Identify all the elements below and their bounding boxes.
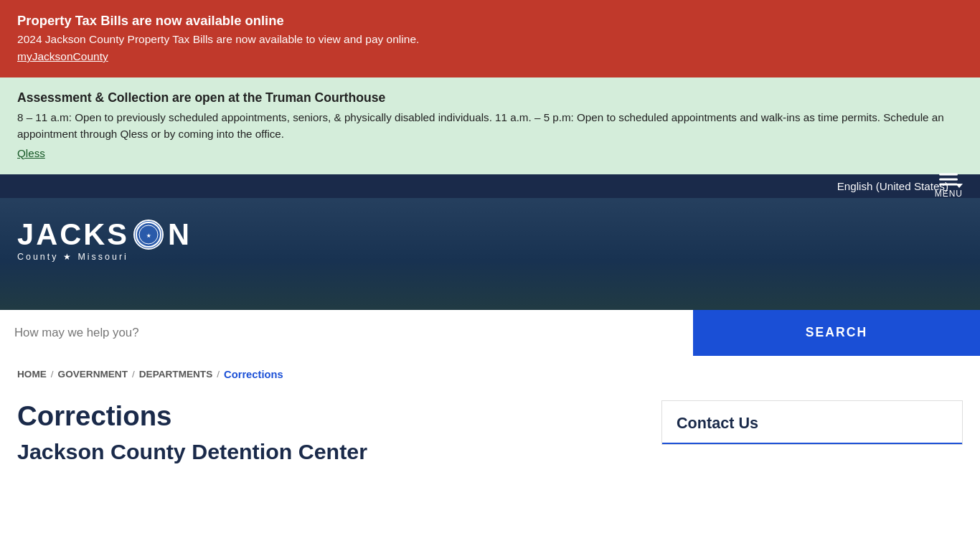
- breadcrumb-sep-2: /: [132, 369, 135, 380]
- breadcrumb: HOME / GOVERNMENT / Departments / Correc…: [0, 356, 980, 393]
- contact-box: Contact Us: [661, 400, 963, 445]
- alert-green-banner: Assessment & Collection are open at the …: [0, 77, 980, 174]
- logo-text: JACKS: [17, 220, 129, 250]
- breadcrumb-departments[interactable]: Departments: [139, 369, 212, 380]
- alert-green-link[interactable]: Qless: [17, 147, 45, 159]
- svg-text:★: ★: [146, 233, 151, 238]
- search-bar: SEARCH: [0, 310, 980, 356]
- alert-green-title: Assessment & Collection are open at the …: [17, 90, 963, 105]
- breadcrumb-home[interactable]: HOME: [17, 369, 47, 380]
- language-label: English (United States): [837, 180, 948, 192]
- logo-text-n: N: [168, 220, 192, 250]
- logo-area: JACKS ★ N County ★ Missouri: [17, 220, 192, 262]
- breadcrumb-sep-3: /: [217, 369, 220, 380]
- contact-us-heading: Contact Us: [662, 401, 962, 444]
- alert-red-banner: Property Tax Bills are now available onl…: [0, 0, 980, 77]
- search-input[interactable]: [0, 310, 693, 356]
- alert-red-title: Property Tax Bills are now available onl…: [17, 13, 963, 29]
- logo-subtitle: County ★ Missouri: [17, 251, 128, 262]
- main-content: Corrections Jackson County Detention Cen…: [0, 393, 980, 464]
- alert-green-body: 8 – 11 a.m: Open to previously scheduled…: [17, 110, 963, 143]
- content-left: Corrections Jackson County Detention Cen…: [17, 400, 639, 464]
- page-title: Corrections: [17, 400, 639, 432]
- logo: JACKS ★ N County ★ Missouri: [17, 220, 192, 262]
- search-input-wrap: [0, 310, 693, 356]
- breadcrumb-current: Corrections: [224, 369, 283, 380]
- header-nav: English (United States) MENU: [0, 174, 980, 198]
- alert-red-link[interactable]: myJacksonCounty: [17, 50, 108, 62]
- alert-red-body: 2024 Jackson County Property Tax Bills a…: [17, 33, 963, 46]
- menu-label: MENU: [935, 189, 963, 199]
- logo-seal: ★: [133, 220, 164, 250]
- page-subtitle: Jackson County Detention Center: [17, 439, 639, 464]
- breadcrumb-sep-1: /: [51, 369, 54, 380]
- sidebar: Contact Us: [661, 400, 963, 464]
- hamburger-icon: [939, 174, 958, 186]
- search-button[interactable]: SEARCH: [693, 310, 980, 356]
- menu-button[interactable]: MENU: [935, 174, 963, 199]
- hero-section: JACKS ★ N County ★ Missouri SEARCH: [0, 198, 980, 356]
- breadcrumb-government[interactable]: GOVERNMENT: [58, 369, 128, 380]
